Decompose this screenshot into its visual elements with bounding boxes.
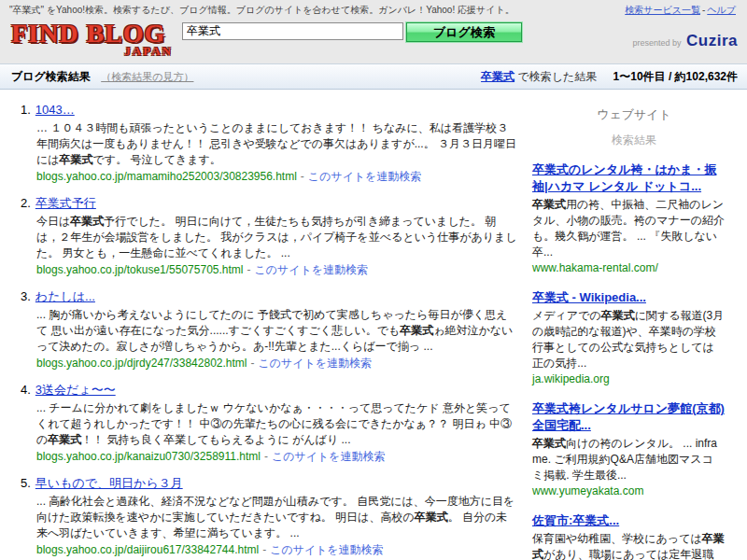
result-snippet: ... チームに分かれて劇をしましたｗ ウケないかなぁ・・・・って思ってたケド … (36, 400, 517, 448)
result-url: blogs.yahoo.co.jp/daijirou617/33842744.h… (36, 543, 259, 556)
web-result-item: 佐賀市:卒業式... 保育園や幼稚園、学校にあっては卒業式があり、職場にあっては… (532, 512, 725, 560)
url-separator: - (247, 263, 251, 276)
web-result-snippet: 保育園や幼稚園、学校にあっては卒業式があり、職場にあっては定年退職と「別れの月」… (532, 531, 725, 560)
result-item: 4.3送会だょ〜〜 ... チームに分かれて劇をしましたｗ ウケないかなぁ・・・… (21, 383, 517, 464)
presented-by-label: presented by (632, 38, 681, 48)
linked-search-link[interactable]: このサイトを連動検索 (308, 170, 422, 183)
web-result-title-link[interactable]: 卒業式袴レンタルサロン夢館(京都)全国宅配... (532, 400, 725, 434)
result-url-line: blogs.yahoo.co.jp/daijirou617/33842744.h… (36, 543, 517, 557)
url-separator: - (251, 357, 255, 370)
result-head: 5.早いもので、明日から３月 (21, 476, 517, 491)
result-url-line: blogs.yahoo.co.jp/tokuse1/55075705.html-… (36, 263, 517, 277)
web-results-sidebar: ウェブサイト 検索結果 卒業式のレンタル袴・はかま・振袖|ハカマ レンタル ドッ… (523, 90, 747, 560)
linked-search-link[interactable]: このサイトを連動検索 (270, 543, 384, 556)
web-result-url: ja.wikipedia.org (532, 371, 725, 387)
web-result-title-link[interactable]: 卒業式 - Wikipedia... (532, 289, 725, 306)
web-result-item: 卒業式のレンタル袴・はかま・振袖|ハカマ レンタル ドットコ... 卒業式用の袴… (532, 161, 725, 276)
result-url-line: blogs.yahoo.co.jp/mamamiho252003/3082395… (36, 170, 517, 184)
result-item: 3.わたしは... ... 胸が痛いから考えないようにしてたのに 予餞式で初めて… (21, 289, 517, 371)
result-url: blogs.yahoo.co.jp/djrdy247/33842802.html (36, 357, 247, 370)
result-title-link[interactable]: 卒業式予行 (35, 196, 96, 210)
web-result-title-link[interactable]: 佐賀市:卒業式... (532, 512, 725, 529)
sidebar-section-subtitle: 検索結果 (530, 133, 738, 148)
web-result-snippet: メディアでの卒業式に関する報道(3月の歳時記的な報道)や、卒業時の学校行事として… (532, 308, 725, 371)
top-strip: "卒業式" をYahoo!検索。検索するたび、ブログ情報。ブログのサイトを合わせ… (0, 0, 747, 19)
result-snippet: ... 高齢化社会と過疎化、経済不況などなど問題が山積みです。 自民党には、今一… (36, 494, 517, 541)
results-count: 1〜10件目 / 約102,632件 (613, 70, 738, 83)
results-bar-title: ブログ検索結果 (11, 70, 91, 83)
result-title-link[interactable]: 3送会だょ〜〜 (35, 383, 116, 397)
help-link[interactable]: ヘルプ (707, 5, 736, 15)
result-title-link[interactable]: 1043… (35, 103, 75, 117)
web-result-url: www.yumeyakata.com (532, 483, 725, 499)
presented-by: presented by Cuzira (632, 32, 738, 50)
url-separator: - (264, 450, 268, 463)
result-url: blogs.yahoo.co.jp/mamamiho252003/3082395… (36, 170, 297, 183)
linked-search-link[interactable]: このサイトを連動検索 (272, 450, 386, 463)
result-url: blogs.yahoo.co.jp/tokuse1/55075705.html (36, 263, 244, 276)
top-links: 検索サービス一覧-ヘルプ (623, 4, 738, 17)
web-result-snippet: 卒業式用の袴、中振袖、二尺袖のレンタル、小物の販売。袴のマナーの紹介も。幾久鶴が… (532, 197, 725, 260)
result-item: 5.早いもので、明日から３月 ... 高齢化社会と過疎化、経済不況などなど問題が… (21, 476, 517, 557)
result-head: 3.わたしは... (21, 289, 517, 304)
results-bar-left: ブログ検索結果 （検索結果の見方） (11, 69, 193, 85)
web-result-url: www.hakama-rental.com/ (532, 260, 725, 276)
web-result-snippet: 卒業式向けの袴のレンタル。 ... inframe. ご利用規約Q&A店舗地図マ… (532, 436, 725, 483)
web-result-item: 卒業式袴レンタルサロン夢館(京都)全国宅配... 卒業式向けの袴のレンタル。 .… (532, 400, 725, 499)
result-snippet: … １０４３時間も頑張ったということのままにしておきます！！ ちなみに、私は看護… (36, 120, 517, 168)
result-title-link[interactable]: 早いもので、明日から３月 (35, 476, 183, 490)
sidebar-section-title: ウェブサイト (530, 106, 738, 123)
header-row: FIND BLOG JAPAN ブログ検索 presented by Cuzir… (0, 19, 747, 63)
web-result-title-link[interactable]: 卒業式のレンタル袴・はかま・振袖|ハカマ レンタル ドットコ... (532, 161, 725, 195)
search-form: ブログ検索 (182, 22, 522, 42)
url-separator: - (301, 170, 304, 183)
result-url: blogs.yahoo.co.jp/kanaizu0730/3258911.ht… (36, 450, 261, 463)
result-number: 3. (21, 289, 31, 303)
results-for-text: で検索した結果 (514, 70, 597, 83)
result-head: 1.1043… (21, 103, 517, 118)
url-separator: - (262, 543, 266, 556)
blog-results-list: 1.1043… … １０４３時間も頑張ったということのままにしておきます！！ ち… (0, 90, 523, 560)
top-links-separator: - (702, 5, 705, 15)
linked-search-link[interactable]: このサイトを連動検索 (259, 357, 373, 370)
content: 1.1043… … １０４３時間も頑張ったということのままにしておきます！！ ち… (0, 90, 747, 560)
results-bar: ブログ検索結果 （検索結果の見方） 卒業式 で検索した結果 1〜10件目 / 約… (0, 64, 747, 90)
result-snippet: 今日は卒業式予行でした。 明日に向けて，生徒たちも気持ちが引き締まっていました。… (36, 214, 517, 261)
result-number: 4. (21, 383, 31, 397)
result-url-line: blogs.yahoo.co.jp/kanaizu0730/3258911.ht… (36, 450, 517, 464)
results-hint-link[interactable]: （検索結果の見方） (101, 71, 193, 82)
result-item: 2.卒業式予行 今日は卒業式予行でした。 明日に向けて，生徒たちも気持ちが引き締… (21, 196, 517, 277)
result-number: 2. (21, 196, 31, 210)
results-bar-right: 卒業式 で検索した結果 1〜10件目 / 約102,632件 (481, 69, 738, 85)
tagline: "卒業式" をYahoo!検索。検索するたび、ブログ情報。ブログのサイトを合わせ… (9, 4, 514, 17)
linked-search-link[interactable]: このサイトを連動検索 (255, 263, 369, 276)
query-link[interactable]: 卒業式 (481, 70, 514, 83)
site-logo[interactable]: FIND BLOG JAPAN (11, 21, 182, 57)
logo-text: FIND BLOG (11, 21, 182, 47)
blog-search-button[interactable]: ブログ検索 (406, 22, 522, 42)
result-title-link[interactable]: わたしは... (35, 289, 95, 303)
result-number: 5. (21, 476, 31, 490)
result-head: 2.卒業式予行 (21, 196, 517, 211)
result-item: 1.1043… … １０４３時間も頑張ったということのままにしておきます！！ ち… (21, 103, 517, 184)
web-result-item: 卒業式 - Wikipedia... メディアでの卒業式に関する報道(3月の歳時… (532, 289, 725, 387)
cuzira-logo[interactable]: Cuzira (686, 32, 738, 49)
result-number: 1. (21, 103, 31, 117)
result-url-line: blogs.yahoo.co.jp/djrdy247/33842802.html… (36, 357, 517, 371)
result-head: 4.3送会だょ〜〜 (21, 383, 517, 398)
result-snippet: ... 胸が痛いから考えないようにしてたのに 予餞式で初めて実感しちゃったら毎日… (36, 307, 517, 355)
search-services-link[interactable]: 検索サービス一覧 (625, 5, 700, 15)
page-header: "卒業式" をYahoo!検索。検索するたび、ブログ情報。ブログのサイトを合わせ… (0, 0, 747, 64)
search-input[interactable] (182, 22, 403, 40)
